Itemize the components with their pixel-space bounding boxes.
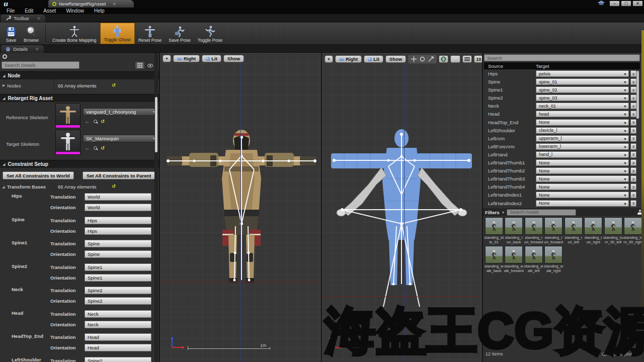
target-bone-dropdown[interactable]: None ▼ <box>536 184 629 190</box>
save-pose-button[interactable]: Save Pose <box>165 23 194 44</box>
orientation-field[interactable]: Head <box>85 344 151 351</box>
set-constraints-parent-button[interactable]: Set All Constraints to Parent <box>83 171 155 179</box>
translation-field[interactable]: Spine2 <box>85 287 151 294</box>
clear-mapping-button[interactable]: x <box>630 70 636 77</box>
lock-icon[interactable] <box>3 54 7 59</box>
animation-asset-item[interactable]: standing_turn_90_left <box>603 217 623 244</box>
set-constraints-world-button[interactable]: Set All Constraints to World <box>3 171 74 179</box>
translate-tool-icon[interactable] <box>411 56 417 62</box>
reset-pose-button[interactable]: Reset Pose <box>135 23 166 44</box>
clear-mapping-button[interactable]: x <box>630 184 636 190</box>
clear-mapping-button[interactable]: x <box>630 143 636 150</box>
details-search-input[interactable] <box>2 61 79 69</box>
reset-to-default-icon[interactable]: ↺ <box>101 119 105 124</box>
menu-window[interactable]: Window <box>61 8 89 14</box>
mapping-scrollbar-thumb[interactable] <box>636 71 639 119</box>
target-bone-dropdown[interactable]: None ▼ <box>536 119 629 126</box>
clear-mapping-button[interactable]: x <box>630 78 636 85</box>
translation-field[interactable]: Head <box>85 333 151 341</box>
clear-mapping-button[interactable]: x <box>630 119 636 126</box>
animation-asset-item[interactable]: standing_run_back <box>504 217 524 244</box>
clear-mapping-button[interactable]: x <box>630 86 636 93</box>
reset-to-default-icon[interactable]: ↺ <box>112 82 116 88</box>
grid-snap-value[interactable]: 10 <box>474 55 482 63</box>
asset-document-tab[interactable]: NewRetargetRigAsset ✕ <box>48 0 134 8</box>
view-mode-button[interactable]: Right <box>173 55 200 62</box>
menu-file[interactable]: File <box>2 8 19 14</box>
layout-snap-button[interactable] <box>462 55 472 63</box>
use-selected-icon[interactable]: ← <box>85 145 90 151</box>
find-in-browser-icon[interactable] <box>94 120 97 123</box>
toggle-ghost-button[interactable]: Toggle Ghost <box>100 23 135 44</box>
target-bone-dropdown[interactable]: pelvis ▼ <box>536 70 629 77</box>
toolbar-tab-close-icon[interactable]: ✕ <box>37 16 41 21</box>
clear-mapping-button[interactable]: x <box>630 103 636 109</box>
clear-mapping-button[interactable]: x <box>630 111 636 117</box>
show-button[interactable]: Show <box>223 55 244 62</box>
menu-help[interactable]: Help <box>90 8 109 14</box>
animation-asset-item[interactable]: standing_walk_left <box>524 246 544 273</box>
animation-asset-item[interactable]: standing_run_forward <box>524 217 544 244</box>
clear-mapping-button[interactable]: x <box>630 192 636 198</box>
translation-field[interactable]: World <box>85 193 151 201</box>
reset-to-default-icon[interactable]: ↺ <box>101 145 105 151</box>
menu-edit[interactable]: Edit <box>20 8 38 14</box>
toggle-pose-button[interactable]: Toggle Pose <box>194 23 226 44</box>
browse-button[interactable]: Browse <box>20 23 42 44</box>
target-bone-dropdown[interactable]: lowerarm_l ▼ <box>536 143 629 150</box>
clear-mapping-button[interactable]: x <box>630 175 636 182</box>
target-bone-dropdown[interactable]: None ▼ <box>536 167 629 174</box>
orientation-field[interactable]: Spine1 <box>85 274 151 282</box>
target-bone-dropdown[interactable]: None ▼ <box>536 159 629 166</box>
translation-field[interactable]: Neck <box>85 310 151 318</box>
target-bone-dropdown[interactable]: head ▼ <box>536 111 629 117</box>
show-button[interactable]: Show <box>385 55 406 63</box>
toolbar-tab[interactable]: Toolbar ✕ <box>1 15 45 22</box>
reference-skeleton-dropdown[interactable]: vanguard_t_choonyung ▼ <box>83 108 158 116</box>
tutorial-cap-icon[interactable] <box>598 1 605 6</box>
world-relative-button[interactable] <box>439 55 448 63</box>
source-viewport[interactable]: ▼ Right Lit Show <box>160 53 322 362</box>
viewport-options-button[interactable]: ▼ <box>163 55 171 62</box>
target-bone-dropdown[interactable]: upperarm_l ▼ <box>536 135 629 142</box>
snap-toggle-button[interactable] <box>450 55 460 63</box>
target-bone-dropdown[interactable]: spine_02 ▼ <box>536 86 629 93</box>
animation-asset-item[interactable]: standing_run_right <box>584 217 604 244</box>
orientation-field[interactable]: Spine2 <box>85 297 151 305</box>
save-button[interactable]: Save <box>2 23 20 44</box>
translation-field[interactable]: Hips <box>85 217 151 224</box>
translation-field[interactable]: Spine <box>85 240 151 247</box>
details-tab[interactable]: i Details ✕ <box>1 45 44 53</box>
transform-bases-row[interactable]: ◢ Transform Bases 65 Array elements ↺ <box>0 183 160 192</box>
lit-button[interactable]: Lit <box>364 55 383 63</box>
filters-button[interactable]: Filters <box>485 210 500 215</box>
orientation-field[interactable]: Neck <box>85 321 151 328</box>
target-bone-dropdown[interactable]: None ▼ <box>536 175 629 182</box>
details-scrollbar-thumb[interactable] <box>155 97 157 152</box>
property-matrix-button[interactable] <box>135 61 145 69</box>
orientation-field[interactable]: Spine <box>85 250 151 258</box>
clear-mapping-button[interactable]: x <box>630 127 636 134</box>
target-skeleton-thumbnail[interactable] <box>55 130 80 155</box>
orientation-field[interactable]: Hips <box>85 227 151 235</box>
details-tab-close-icon[interactable]: ✕ <box>35 47 39 52</box>
animation-asset-item[interactable]: standing_run_left <box>564 217 584 244</box>
expander-icon[interactable]: ▶ <box>3 83 5 87</box>
constraint-section-header[interactable]: ◢ Constraint Setup <box>0 160 160 168</box>
scale-tool-icon[interactable] <box>428 56 434 62</box>
target-skeleton-dropdown[interactable]: SK_Mannequin ▼ <box>83 135 158 142</box>
viewport-options-button[interactable]: ▼ <box>325 55 333 63</box>
find-in-browser-icon[interactable] <box>94 146 97 150</box>
view-mode-button[interactable]: Right <box>335 55 362 63</box>
animation-asset-item[interactable]: standing_walk_back <box>484 246 504 273</box>
reference-skeleton-thumbnail[interactable] <box>55 103 80 128</box>
translation-field[interactable]: Spine2 <box>85 357 151 362</box>
animation-asset-item[interactable]: standing_run_forward <box>544 217 564 244</box>
clear-mapping-button[interactable]: x <box>630 159 636 166</box>
clear-mapping-button[interactable]: x <box>630 95 636 101</box>
target-bone-dropdown[interactable]: None ▼ <box>536 192 629 198</box>
clear-mapping-button[interactable]: x <box>630 151 636 158</box>
close-button[interactable]: ✕ <box>632 1 643 7</box>
target-bone-dropdown[interactable]: hand_l ▼ <box>536 151 629 158</box>
asset-search-input[interactable] <box>507 209 576 216</box>
